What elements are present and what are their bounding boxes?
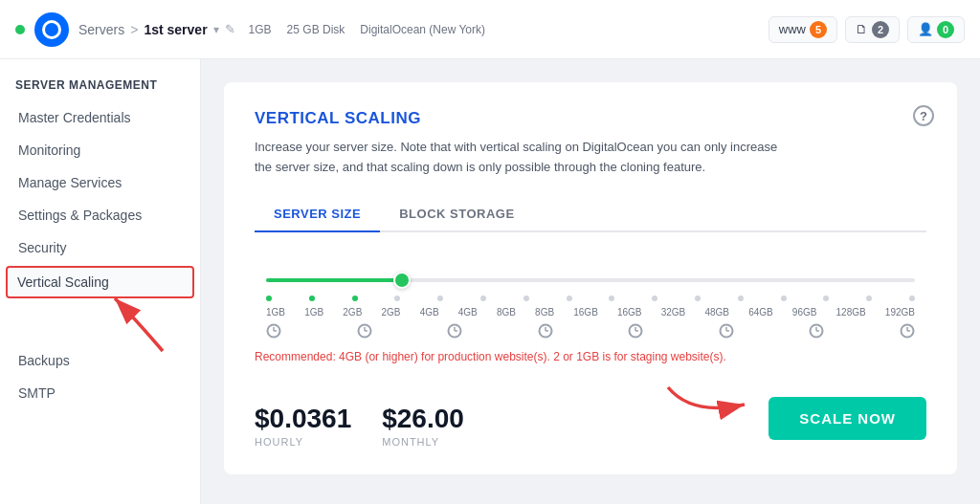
logo-inner (42, 20, 61, 39)
help-icon[interactable]: ? (913, 105, 934, 126)
pricing-row: $0.0361 HOURLY $26.00 MONTHLY (255, 381, 926, 448)
server-disk: 25 GB Disk (287, 23, 345, 36)
users-badge[interactable]: 👤 0 (907, 16, 965, 43)
clock-icon-1 (266, 323, 281, 339)
recommendation-text: Recommended: 4GB (or higher) for product… (255, 350, 926, 363)
user-icon: 👤 (918, 22, 933, 36)
clock-icon-6 (719, 323, 734, 339)
clock-icon-8 (900, 323, 915, 339)
monitoring-label: Monitoring (18, 142, 80, 158)
sidebar-item-smtp[interactable]: SMTP (0, 377, 200, 409)
label-2gb-b: 2GB (381, 307, 400, 318)
slider-dot-7 (523, 296, 529, 301)
security-label: Security (18, 240, 67, 255)
master-credentials-label: Master Credentials (18, 110, 131, 125)
sidebar-item-monitoring[interactable]: Monitoring (0, 134, 200, 166)
label-32gb: 32GB (661, 307, 686, 318)
users-count: 0 (937, 21, 954, 38)
vertical-scaling-label: Vertical Scaling (17, 274, 109, 290)
slider-dot-9 (609, 296, 614, 301)
clock-icon-2 (357, 323, 372, 339)
scale-now-button[interactable]: SCALE NOW (768, 397, 926, 440)
server-provider: DigitalOcean (New York) (360, 23, 485, 36)
manage-services-label: Manage Services (18, 175, 122, 190)
status-dot (15, 25, 25, 34)
slider-dot-15 (866, 296, 872, 301)
settings-packages-label: Settings & Packages (18, 208, 142, 223)
slider-dot-16 (909, 296, 915, 301)
monthly-label: MONTHLY (382, 436, 464, 448)
slider-dot-14 (823, 296, 829, 301)
slider-dot-11 (695, 296, 701, 301)
main-content: VERTICAL SCALING Increase your server si… (201, 59, 980, 504)
label-4gb-b: 4GB (458, 307, 478, 318)
clock-icon-4 (538, 323, 553, 339)
sidebar-item-manage-services[interactable]: Manage Services (0, 166, 200, 199)
chevron-down-icon: ▾ (213, 23, 219, 36)
vertical-scaling-card: VERTICAL SCALING Increase your server si… (224, 82, 957, 474)
slider-filled (266, 278, 409, 282)
sidebar-item-backups[interactable]: Backups (0, 344, 200, 377)
www-badge[interactable]: www 5 (768, 16, 837, 43)
label-48gb: 48GB (704, 307, 729, 318)
label-8gb-a: 8GB (497, 307, 516, 318)
label-2gb-a: 2GB (343, 307, 362, 318)
backups-label: Backups (18, 353, 70, 368)
pricing: $0.0361 HOURLY $26.00 MONTHLY (255, 404, 464, 448)
server-meta: 1GB 25 GB Disk DigitalOcean (New York) (249, 23, 485, 36)
label-128gb: 128GB (836, 307, 866, 318)
slider-track-container: 1GB 1GB 2GB 2GB 4GB 4GB 8GB 8GB 16GB 16G… (255, 278, 926, 339)
breadcrumb: Servers > 1st server ▾ ✎ (78, 22, 235, 37)
label-1gb-a: 1GB (266, 307, 285, 318)
header-left: Servers > 1st server ▾ ✎ 1GB 25 GB Disk … (15, 12, 485, 47)
sidebar-item-security[interactable]: Security (0, 231, 200, 264)
label-64gb: 64GB (748, 307, 773, 318)
slider-labels: 1GB 1GB 2GB 2GB 4GB 4GB 8GB 8GB 16GB 16G… (266, 307, 915, 318)
arrow-right-icon (663, 378, 759, 426)
monthly-amount: $26.00 (382, 404, 464, 434)
header-right: www 5 🗋 2 👤 0 (768, 16, 965, 43)
tab-block-storage[interactable]: BLOCK STORAGE (380, 199, 533, 232)
label-1gb-b: 1GB (304, 307, 323, 318)
label-16gb-a: 16GB (573, 307, 598, 318)
slider-dot-1 (266, 296, 272, 301)
clock-icons-row (266, 323, 915, 339)
slider-section: 1GB 1GB 2GB 2GB 4GB 4GB 8GB 8GB 16GB 16G… (255, 259, 926, 448)
label-16gb-b: 16GB (617, 307, 642, 318)
breadcrumb-servers[interactable]: Servers (78, 22, 124, 37)
slider-dot-3 (352, 296, 358, 301)
price-hourly: $0.0361 HOURLY (255, 404, 351, 448)
files-badge[interactable]: 🗋 2 (845, 16, 900, 43)
slider-thumb[interactable] (393, 272, 411, 289)
breadcrumb-current: 1st server (144, 22, 207, 37)
slider-dot-6 (480, 296, 486, 301)
slider-dots (266, 292, 915, 301)
label-4gb-a: 4GB (420, 307, 439, 318)
slider-track[interactable] (266, 278, 915, 282)
slider-dot-12 (738, 296, 744, 301)
card-description: Increase your server size. Note that wit… (255, 138, 791, 178)
card-title: VERTICAL SCALING (255, 109, 926, 128)
clock-icon-7 (809, 323, 824, 339)
label-96gb: 96GB (792, 307, 817, 318)
hourly-amount: $0.0361 (255, 404, 351, 434)
www-label: www (779, 22, 806, 36)
slider-dot-5 (437, 296, 443, 301)
breadcrumb-separator: > (130, 22, 138, 37)
hourly-label: HOURLY (255, 436, 351, 448)
edit-icon[interactable]: ✎ (225, 22, 235, 36)
tab-server-size[interactable]: SERVER SIZE (255, 199, 380, 232)
www-count: 5 (810, 21, 827, 38)
server-ram: 1GB (249, 23, 272, 36)
sidebar-item-master-credentials[interactable]: Master Credentials (0, 101, 200, 134)
header: Servers > 1st server ▾ ✎ 1GB 25 GB Disk … (0, 0, 980, 59)
body: Server Management Master Credentials Mon… (0, 59, 980, 504)
sidebar-item-settings-packages[interactable]: Settings & Packages (0, 199, 200, 231)
smtp-label: SMTP (18, 385, 56, 401)
sidebar-item-vertical-scaling[interactable]: Vertical Scaling (6, 266, 194, 298)
sidebar: Server Management Master Credentials Mon… (0, 59, 201, 504)
slider-dot-10 (652, 296, 657, 301)
slider-dot-4 (394, 296, 400, 301)
price-monthly: $26.00 MONTHLY (382, 404, 464, 448)
label-192gb: 192GB (885, 307, 915, 318)
